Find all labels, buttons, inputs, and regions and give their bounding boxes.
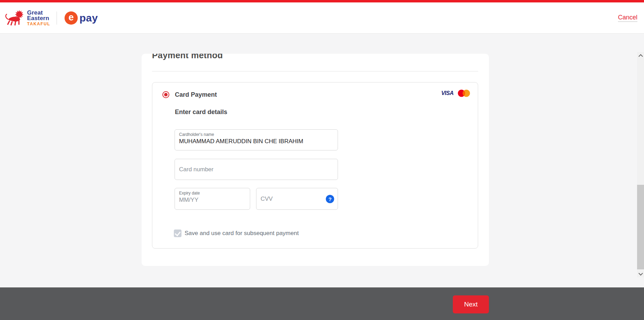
- expiry-date-field: Expiry date: [175, 188, 250, 210]
- title-divider: [152, 71, 478, 71]
- scroll-down-icon[interactable]: [637, 270, 644, 277]
- lion-icon: [4, 9, 26, 27]
- header-divider: [57, 11, 57, 25]
- cancel-link[interactable]: Cancel: [618, 14, 637, 21]
- scroll-up-icon[interactable]: [637, 52, 644, 59]
- accepted-card-logos: VISA: [441, 89, 470, 97]
- save-card-label: Save and use card for subsequent payment: [185, 230, 299, 237]
- brand-line-3: TAKAFUL: [27, 22, 50, 26]
- brand-wordmark: Great Eastern TAKAFUL: [27, 10, 50, 26]
- cvv-help-icon[interactable]: ?: [326, 195, 334, 203]
- mastercard-icon: [458, 89, 470, 97]
- header: Great Eastern TAKAFUL e pay Cancel: [0, 2, 644, 34]
- page-title: Payment method: [152, 54, 223, 60]
- top-accent-bar: [0, 0, 644, 2]
- visa-icon: VISA: [441, 90, 454, 96]
- cardholder-name-input[interactable]: [179, 138, 333, 145]
- card-number-field: [175, 159, 338, 180]
- expiry-date-input[interactable]: [179, 197, 246, 204]
- card-payment-label: Card Payment: [175, 91, 217, 98]
- scrollbar: [637, 52, 644, 277]
- cvv-input[interactable]: [261, 196, 333, 202]
- card-number-input[interactable]: [179, 166, 333, 173]
- scrollbar-thumb[interactable]: [637, 185, 644, 269]
- great-eastern-logo: Great Eastern TAKAFUL: [4, 9, 50, 27]
- payment-card: Payment method Card Payment VISA Enter c…: [142, 54, 489, 266]
- next-button[interactable]: Next: [453, 295, 489, 313]
- footer-bar: Next: [0, 287, 644, 320]
- epay-pay-text: pay: [79, 12, 98, 24]
- cardholder-name-label: Cardholder's name: [179, 132, 333, 137]
- card-payment-radio[interactable]: [162, 91, 169, 98]
- epay-logo: e pay: [65, 11, 98, 25]
- cardholder-name-field: Cardholder's name: [175, 129, 338, 150]
- epay-e-icon: e: [65, 11, 78, 25]
- enter-card-details-heading: Enter card details: [175, 109, 227, 116]
- save-card-checkbox[interactable]: [174, 230, 181, 237]
- cvv-field: ?: [256, 188, 338, 210]
- brand-line-2: Eastern: [27, 16, 50, 21]
- card-payment-panel: Card Payment VISA Enter card details Car…: [152, 82, 478, 249]
- payment-page: Great Eastern TAKAFUL e pay Cancel Payme…: [0, 0, 644, 320]
- expiry-date-label: Expiry date: [179, 191, 246, 196]
- save-card-row: Save and use card for subsequent payment: [174, 230, 299, 237]
